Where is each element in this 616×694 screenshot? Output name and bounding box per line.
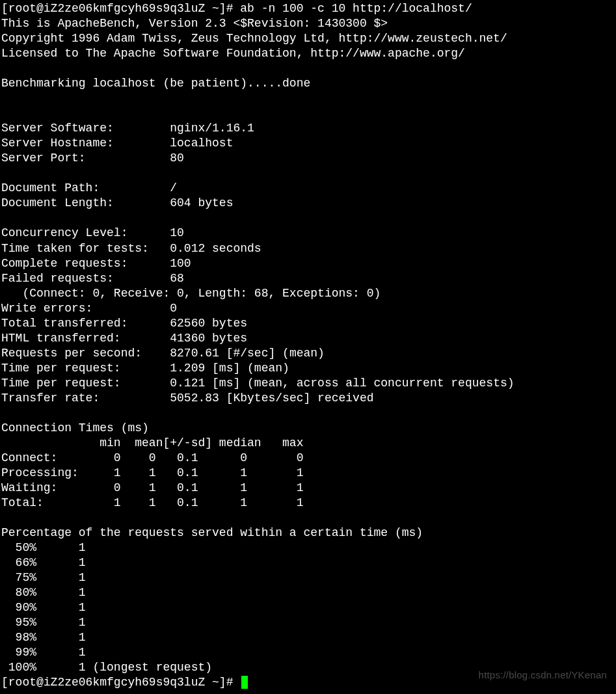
percentile-75: 75% 1 [1, 571, 86, 584]
server-port-label: Server Port: [1, 152, 170, 165]
transfer-rate-label: Transfer rate: [1, 392, 170, 405]
percentile-90: 90% 1 [1, 601, 86, 614]
benchmarking-line: Benchmarking localhost (be patient).....… [1, 77, 310, 90]
cursor-icon[interactable] [241, 676, 248, 689]
percentage-title: Percentage of the requests served within… [1, 526, 423, 539]
shell-prompt-2: [root@iZ2ze06kmfgcyh69s9q3luZ ~]# [1, 676, 240, 689]
server-hostname-value: localhost [170, 137, 233, 150]
connection-times-title: Connection Times (ms) [1, 421, 149, 434]
time-per-request-2-label: Time per request: [1, 377, 170, 390]
document-length-value: 604 bytes [170, 196, 233, 209]
write-errors-value: 0 [170, 302, 177, 315]
percentile-66: 66% 1 [1, 556, 86, 569]
connection-connect-row: Connect: 0 0 0.1 0 0 [1, 451, 303, 464]
shell-prompt: [root@iZ2ze06kmfgcyh69s9q3luZ ~]# [1, 2, 240, 15]
connection-total-row: Total: 1 1 0.1 1 1 [1, 496, 303, 509]
time-per-request-1-value: 1.209 [ms] (mean) [170, 362, 289, 375]
server-software-value: nginx/1.16.1 [170, 122, 254, 135]
complete-requests-value: 100 [170, 257, 191, 270]
time-per-request-1-label: Time per request: [1, 362, 170, 375]
percentile-98: 98% 1 [1, 631, 86, 644]
terminal-output[interactable]: [root@iZ2ze06kmfgcyh69s9q3luZ ~]# ab -n … [0, 0, 616, 691]
watermark-text: https://blog.csdn.net/YKenan [479, 669, 607, 681]
total-transferred-label: Total transferred: [1, 317, 170, 330]
percentile-80: 80% 1 [1, 586, 86, 599]
failed-requests-detail: (Connect: 0, Receive: 0, Length: 68, Exc… [1, 287, 381, 300]
time-per-request-2-value: 0.121 [ms] (mean, across all concurrent … [170, 377, 514, 390]
connection-waiting-row: Waiting: 0 1 0.1 1 1 [1, 481, 303, 494]
transfer-rate-value: 5052.83 [Kbytes/sec] received [170, 392, 373, 405]
concurrency-label: Concurrency Level: [1, 226, 170, 239]
requests-per-second-label: Requests per second: [1, 347, 170, 360]
percentile-100: 100% 1 (longest request) [1, 661, 212, 674]
percentile-50: 50% 1 [1, 541, 86, 554]
server-hostname-label: Server Hostname: [1, 137, 170, 150]
time-taken-value: 0.012 seconds [170, 242, 261, 255]
server-software-label: Server Software: [1, 122, 170, 135]
percentile-95: 95% 1 [1, 616, 86, 629]
connection-processing-row: Processing: 1 1 0.1 1 1 [1, 466, 303, 479]
document-length-label: Document Length: [1, 196, 170, 209]
time-taken-label: Time taken for tests: [1, 242, 170, 255]
requests-per-second-value: 8270.61 [#/sec] (mean) [170, 347, 325, 360]
complete-requests-label: Complete requests: [1, 257, 170, 270]
percentile-99: 99% 1 [1, 646, 86, 659]
total-transferred-value: 62560 bytes [170, 317, 247, 330]
failed-requests-label: Failed requests: [1, 272, 170, 285]
ab-header-line1: This is ApacheBench, Version 2.3 <$Revis… [1, 17, 388, 30]
html-transferred-label: HTML transferred: [1, 332, 170, 345]
server-port-value: 80 [170, 152, 184, 165]
html-transferred-value: 41360 bytes [170, 332, 247, 345]
command-text: ab -n 100 -c 10 http://localhost/ [240, 2, 472, 15]
connection-times-header: min mean[+/-sd] median max [1, 436, 303, 449]
concurrency-value: 10 [170, 226, 184, 239]
failed-requests-value: 68 [170, 272, 184, 285]
write-errors-label: Write errors: [1, 302, 170, 315]
ab-header-line2: Copyright 1996 Adam Twiss, Zeus Technolo… [1, 32, 507, 45]
ab-header-line3: Licensed to The Apache Software Foundati… [1, 47, 465, 60]
document-path-value: / [170, 181, 177, 194]
document-path-label: Document Path: [1, 181, 170, 194]
